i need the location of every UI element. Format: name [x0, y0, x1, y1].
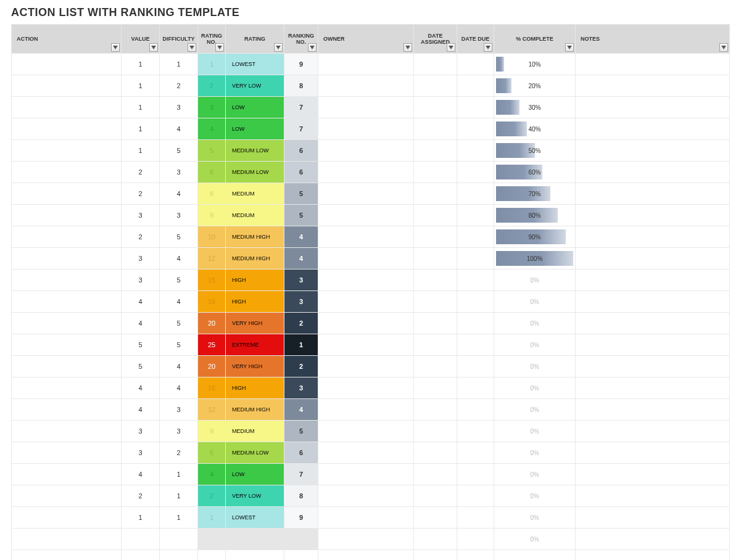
- cell-value[interactable]: 5: [122, 334, 160, 356]
- cell-notes[interactable]: [576, 334, 730, 356]
- cell-date-assigned[interactable]: [414, 507, 457, 529]
- cell-owner[interactable]: [318, 399, 414, 421]
- cell-value[interactable]: 2: [122, 485, 160, 507]
- cell-difficulty[interactable]: 3: [160, 97, 198, 118]
- cell-complete[interactable]: 90%: [494, 226, 576, 248]
- cell-date-due[interactable]: [457, 140, 494, 162]
- cell-action[interactable]: [12, 550, 122, 561]
- cell-complete[interactable]: 0%: [494, 464, 576, 485]
- cell-owner[interactable]: [318, 140, 414, 162]
- cell-action[interactable]: [12, 248, 122, 270]
- cell-owner[interactable]: [318, 183, 414, 205]
- cell-complete[interactable]: 20%: [494, 75, 576, 97]
- cell-difficulty[interactable]: 1: [160, 54, 198, 75]
- cell-complete[interactable]: 0%: [494, 377, 576, 399]
- cell-complete[interactable]: 0%: [494, 313, 576, 334]
- cell-owner[interactable]: [318, 529, 414, 550]
- cell-difficulty[interactable]: 4: [160, 377, 198, 399]
- cell-action[interactable]: [12, 334, 122, 356]
- cell-value[interactable]: 3: [122, 248, 160, 270]
- cell-action[interactable]: [12, 270, 122, 291]
- cell-date-due[interactable]: [457, 54, 494, 75]
- filter-icon[interactable]: [719, 43, 728, 52]
- cell-notes[interactable]: [576, 442, 730, 464]
- cell-action[interactable]: [12, 97, 122, 118]
- cell-difficulty[interactable]: [160, 550, 198, 561]
- cell-complete[interactable]: 0%: [494, 507, 576, 529]
- cell-date-assigned[interactable]: [414, 226, 457, 248]
- cell-value[interactable]: 2: [122, 162, 160, 183]
- cell-action[interactable]: [12, 399, 122, 421]
- cell-difficulty[interactable]: 4: [160, 248, 198, 270]
- cell-complete[interactable]: 0%: [494, 485, 576, 507]
- cell-action[interactable]: [12, 118, 122, 140]
- cell-value[interactable]: 5: [122, 356, 160, 377]
- cell-date-assigned[interactable]: [414, 421, 457, 442]
- cell-notes[interactable]: [576, 226, 730, 248]
- cell-date-assigned[interactable]: [414, 97, 457, 118]
- cell-date-due[interactable]: [457, 291, 494, 313]
- cell-date-due[interactable]: [457, 485, 494, 507]
- cell-action[interactable]: [12, 421, 122, 442]
- cell-value[interactable]: 4: [122, 464, 160, 485]
- cell-notes[interactable]: [576, 313, 730, 334]
- cell-value[interactable]: 1: [122, 97, 160, 118]
- cell-complete[interactable]: 30%: [494, 97, 576, 118]
- cell-complete[interactable]: 0%: [494, 399, 576, 421]
- cell-complete[interactable]: 0%: [494, 421, 576, 442]
- cell-owner[interactable]: [318, 550, 414, 561]
- cell-complete[interactable]: 0%: [494, 270, 576, 291]
- cell-date-due[interactable]: [457, 75, 494, 97]
- cell-complete[interactable]: 0%: [494, 442, 576, 464]
- cell-date-due[interactable]: [457, 205, 494, 226]
- cell-date-assigned[interactable]: [414, 377, 457, 399]
- cell-action[interactable]: [12, 507, 122, 529]
- cell-value[interactable]: 1: [122, 140, 160, 162]
- cell-action[interactable]: [12, 485, 122, 507]
- cell-date-assigned[interactable]: [414, 313, 457, 334]
- cell-date-assigned[interactable]: [414, 75, 457, 97]
- cell-notes[interactable]: [576, 529, 730, 550]
- cell-owner[interactable]: [318, 421, 414, 442]
- cell-value[interactable]: 1: [122, 118, 160, 140]
- cell-date-due[interactable]: [457, 118, 494, 140]
- cell-complete[interactable]: 10%: [494, 54, 576, 75]
- cell-complete[interactable]: 100%: [494, 248, 576, 270]
- cell-notes[interactable]: [576, 485, 730, 507]
- filter-icon[interactable]: [111, 43, 120, 52]
- cell-date-due[interactable]: [457, 399, 494, 421]
- cell-action[interactable]: [12, 529, 122, 550]
- cell-complete[interactable]: [494, 550, 576, 561]
- cell-notes[interactable]: [576, 507, 730, 529]
- filter-icon[interactable]: [274, 43, 283, 52]
- cell-difficulty[interactable]: 2: [160, 75, 198, 97]
- cell-date-due[interactable]: [457, 464, 494, 485]
- cell-notes[interactable]: [576, 140, 730, 162]
- cell-date-assigned[interactable]: [414, 140, 457, 162]
- cell-date-assigned[interactable]: [414, 485, 457, 507]
- cell-value[interactable]: 4: [122, 377, 160, 399]
- cell-difficulty[interactable]: 2: [160, 442, 198, 464]
- cell-value[interactable]: 4: [122, 291, 160, 313]
- cell-date-due[interactable]: [457, 529, 494, 550]
- cell-owner[interactable]: [318, 118, 414, 140]
- cell-action[interactable]: [12, 205, 122, 226]
- filter-icon[interactable]: [447, 43, 455, 52]
- filter-icon[interactable]: [149, 43, 158, 52]
- cell-complete[interactable]: 60%: [494, 162, 576, 183]
- cell-date-assigned[interactable]: [414, 291, 457, 313]
- cell-notes[interactable]: [576, 162, 730, 183]
- cell-notes[interactable]: [576, 270, 730, 291]
- cell-date-due[interactable]: [457, 270, 494, 291]
- cell-date-due[interactable]: [457, 377, 494, 399]
- cell-date-assigned[interactable]: [414, 464, 457, 485]
- cell-difficulty[interactable]: 4: [160, 356, 198, 377]
- cell-notes[interactable]: [576, 118, 730, 140]
- cell-date-due[interactable]: [457, 226, 494, 248]
- filter-icon[interactable]: [308, 43, 317, 52]
- cell-date-due[interactable]: [457, 550, 494, 561]
- cell-notes[interactable]: [576, 54, 730, 75]
- cell-date-assigned[interactable]: [414, 550, 457, 561]
- cell-difficulty[interactable]: 5: [160, 313, 198, 334]
- cell-date-due[interactable]: [457, 313, 494, 334]
